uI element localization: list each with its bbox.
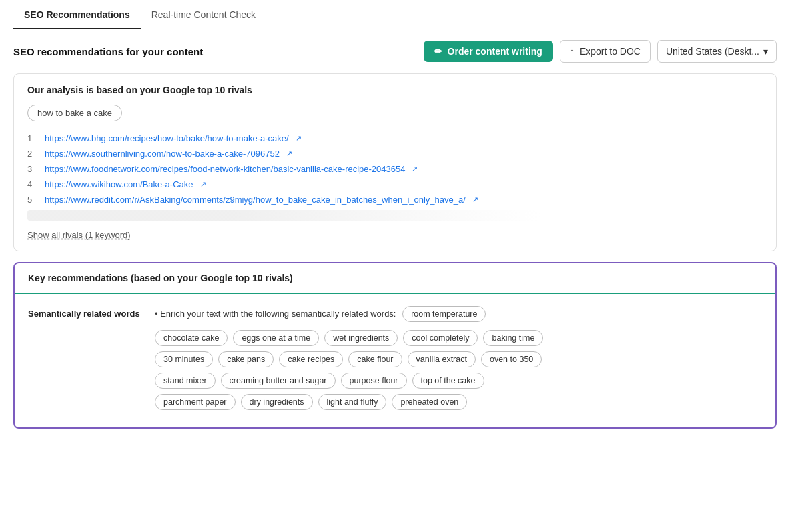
export-doc-button[interactable]: ↑ Export to DOC — [560, 40, 651, 63]
recommendations-header: Key recommendations (based on your Googl… — [15, 263, 775, 294]
tag-cake-flour[interactable]: cake flour — [348, 351, 402, 367]
tag-cake-recipes[interactable]: cake recipes — [279, 351, 343, 367]
tag-top-of-the-cake[interactable]: top of the cake — [412, 373, 484, 389]
rival-num: 4 — [27, 179, 38, 189]
tag-wet-ingredients[interactable]: wet ingredients — [324, 330, 398, 346]
tags-row-4: parchment paperdry ingredientslight and … — [155, 394, 762, 410]
tag-cake-pans[interactable]: cake pans — [218, 351, 274, 367]
tag-chocolate-cake[interactable]: chocolate cake — [155, 330, 228, 346]
header-actions: ✏ Order content writing ↑ Export to DOC … — [424, 40, 777, 63]
analysis-box: Our analysis is based on your Google top… — [13, 73, 777, 251]
tab-seo[interactable]: SEO Recommendations — [13, 0, 141, 29]
external-link-icon[interactable]: ↗ — [412, 165, 418, 173]
tag-preheated-oven[interactable]: preheated oven — [392, 394, 467, 410]
app-container: SEO Recommendations Real-time Content Ch… — [0, 0, 790, 532]
tag-oven-to-350[interactable]: oven to 350 — [481, 351, 542, 367]
table-row: 5 https://www.reddit.com/r/AskBaking/com… — [27, 192, 763, 207]
order-icon: ✏ — [434, 46, 442, 57]
rival-link[interactable]: https://www.bhg.com/recipes/how-to/bake/… — [45, 133, 289, 143]
header-row: SEO recommendations for your content ✏ O… — [0, 29, 790, 73]
tag-parchment-paper[interactable]: parchment paper — [155, 394, 236, 410]
main-content: Our analysis is based on your Google top… — [0, 73, 790, 442]
external-link-icon[interactable]: ↗ — [472, 195, 478, 204]
tag-eggs-one-at-a-time[interactable]: eggs one at a time — [233, 330, 319, 346]
tag-cool-completely[interactable]: cool completely — [403, 330, 478, 346]
rival-link[interactable]: https://www.reddit.com/r/AskBaking/comme… — [45, 195, 466, 205]
tags-row-1: chocolate cakeeggs one at a timewet ingr… — [155, 330, 762, 346]
rival-link[interactable]: https://www.foodnetwork.com/recipes/food… — [45, 164, 405, 174]
rival-num: 5 — [27, 195, 38, 205]
semantically-related-label: Semantically related words — [28, 306, 141, 415]
rival-num: 1 — [27, 133, 38, 143]
external-link-icon[interactable]: ↗ — [296, 134, 302, 143]
rivals-list: 1 https://www.bhg.com/recipes/how-to/bak… — [27, 131, 763, 207]
table-row: 2 https://www.southernliving.com/how-to-… — [27, 146, 763, 161]
table-row: 4 https://www.wikihow.com/Bake-a-Cake ↗ — [27, 177, 763, 192]
analysis-title: Our analysis is based on your Google top… — [27, 85, 763, 95]
table-row: 1 https://www.bhg.com/recipes/how-to/bak… — [27, 131, 763, 146]
rival-link[interactable]: https://www.wikihow.com/Bake-a-Cake — [45, 179, 193, 189]
table-row: 3 https://www.foodnetwork.com/recipes/fo… — [27, 161, 763, 177]
tag-light-and-fluffy[interactable]: light and fluffy — [318, 394, 387, 410]
rival-link[interactable]: https://www.southernliving.com/how-to-ba… — [45, 149, 280, 159]
order-content-button[interactable]: ✏ Order content writing — [424, 41, 553, 62]
tags-row-2: 30 minutescake panscake recipescake flou… — [155, 351, 762, 367]
tag-stand-mixer[interactable]: stand mixer — [155, 373, 216, 389]
tags-row-3: stand mixercreaming butter and sugarpurp… — [155, 373, 762, 389]
region-label: United States (Deskt... — [666, 46, 759, 57]
tag-30-minutes[interactable]: 30 minutes — [155, 351, 213, 367]
tag-baking-time[interactable]: baking time — [483, 330, 543, 346]
show-rivals-link[interactable]: Show all rivals (1 keyword) — [27, 230, 131, 240]
enrich-text: • Enrich your text with the following se… — [155, 306, 762, 322]
rival-num: 2 — [27, 149, 38, 159]
tab-realtime[interactable]: Real-time Content Check — [141, 0, 266, 29]
tag-vanilla-extract[interactable]: vanilla extract — [408, 351, 476, 367]
rec-content: • Enrich your text with the following se… — [155, 306, 762, 415]
recommendations-body: Semantically related words • Enrich your… — [15, 294, 775, 427]
rival-num: 3 — [27, 164, 38, 174]
region-selector[interactable]: United States (Deskt... ▾ — [657, 40, 777, 63]
export-icon: ↑ — [570, 46, 574, 57]
tag-creaming-butter-and-sugar[interactable]: creaming butter and sugar — [221, 373, 336, 389]
faded-rival-row — [27, 210, 542, 221]
tag-room-temperature[interactable]: room temperature — [402, 306, 486, 322]
external-link-icon[interactable]: ↗ — [200, 180, 206, 189]
order-button-label: Order content writing — [448, 46, 542, 57]
tag-purpose-flour[interactable]: purpose flour — [341, 373, 407, 389]
recommendations-title: Key recommendations (based on your Googl… — [28, 273, 762, 283]
tabs-bar: SEO Recommendations Real-time Content Ch… — [0, 0, 790, 29]
external-link-icon[interactable]: ↗ — [286, 149, 292, 158]
export-button-label: Export to DOC — [580, 46, 641, 57]
keyword-badge: how to bake a cake — [27, 105, 122, 121]
page-title: SEO recommendations for your content — [13, 46, 203, 57]
chevron-down-icon: ▾ — [763, 46, 768, 57]
tag-dry-ingredients[interactable]: dry ingredients — [241, 394, 313, 410]
recommendations-box: Key recommendations (based on your Googl… — [13, 262, 777, 429]
